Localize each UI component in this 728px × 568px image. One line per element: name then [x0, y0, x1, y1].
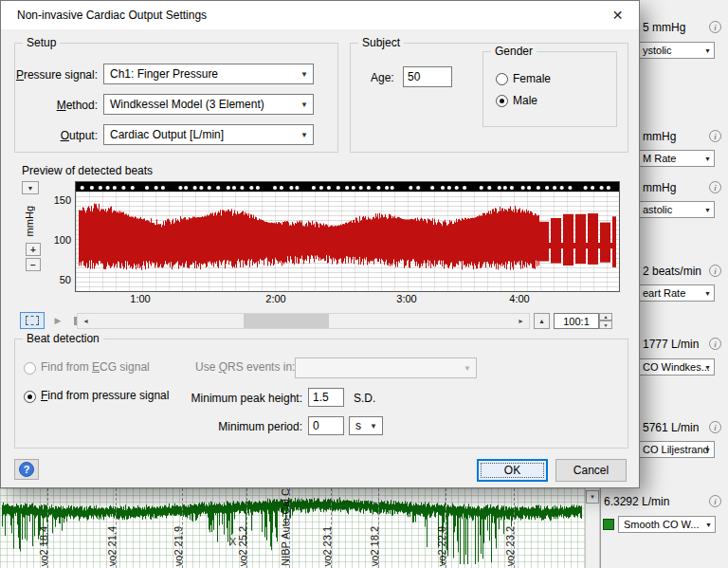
chevron-down-icon: ▼: [704, 156, 711, 162]
min-period-unit-value: s: [355, 419, 361, 432]
ok-button[interactable]: OK: [477, 459, 548, 482]
x-tick: 4:00: [500, 293, 538, 304]
chevron-down-icon: ▼: [704, 47, 711, 54]
axis-menu-button[interactable]: ▼: [22, 181, 39, 194]
pressure-signal-value: Ch1: Finger Pressure: [110, 67, 218, 81]
chevron-up-icon: ▲: [538, 318, 545, 324]
method-label: Method:: [14, 99, 98, 112]
channel-selector[interactable]: CO Liljestrand ▼: [637, 441, 715, 458]
preview-horizontal-scrollbar[interactable]: ◄ ►: [77, 313, 530, 329]
help-icon: ?: [19, 462, 34, 477]
info-icon[interactable]: i: [709, 181, 721, 193]
age-field[interactable]: [403, 66, 452, 87]
channel-selector-label: astolic: [643, 204, 672, 215]
male-radio-label: Male: [513, 94, 537, 107]
male-radio[interactable]: [496, 95, 508, 107]
scroll-down-button[interactable]: ▼: [586, 490, 599, 504]
zoom-out-button[interactable]: −: [26, 258, 41, 271]
chevron-down-icon: ▼: [300, 131, 308, 139]
min-period-field[interactable]: [308, 416, 344, 435]
zoom-spin-up-button[interactable]: ▲: [599, 313, 612, 321]
min-peak-height-unit: S.D.: [354, 392, 375, 405]
gender-group: Gender: [482, 51, 617, 127]
chevron-down-icon: ▼: [370, 422, 377, 431]
chevron-right-icon: ►: [518, 318, 524, 324]
compress-view-button[interactable]: ▲: [534, 313, 550, 329]
subject-group-legend: Subject: [358, 36, 404, 49]
cursor-x-marker: X: [229, 536, 236, 547]
channel-value: mmHg: [643, 181, 676, 194]
event-label: vo2 25.2: [237, 526, 248, 566]
beat-marker-bar: [76, 182, 619, 192]
cancel-button[interactable]: Cancel: [555, 459, 627, 482]
channel-selector[interactable]: M Rate ▼: [637, 150, 715, 167]
close-icon: ✕: [612, 8, 624, 23]
help-button[interactable]: ?: [14, 459, 39, 480]
channel-selector[interactable]: CO Windkes... ▼: [637, 358, 715, 376]
find-from-pressure-radio[interactable]: [24, 391, 36, 403]
channel-selector[interactable]: ystolic ▼: [637, 42, 715, 59]
info-icon[interactable]: i: [709, 338, 721, 350]
scroll-left-button[interactable]: ◄: [78, 314, 94, 328]
close-button[interactable]: ✕: [596, 1, 639, 29]
female-radio[interactable]: [496, 73, 508, 85]
event-label: vo2 22.9: [436, 526, 447, 566]
channel-color-chip: [603, 519, 614, 530]
gender-group-legend: Gender: [491, 45, 537, 58]
scroll-right-button[interactable]: ►: [513, 314, 529, 328]
channel-selector[interactable]: astolic ▼: [637, 201, 715, 218]
setup-group-legend: Setup: [23, 36, 60, 49]
chevron-down-icon: ▼: [604, 322, 609, 328]
info-icon[interactable]: i: [709, 495, 721, 507]
channel-selector-label: M Rate: [643, 153, 676, 164]
chevron-down-icon: ▼: [704, 290, 711, 297]
info-icon[interactable]: i: [709, 21, 721, 33]
event-label: vo2 23.2: [504, 526, 516, 566]
minus-icon: −: [30, 260, 36, 270]
channel-value: 5761 L/min: [643, 421, 699, 434]
y-tick: 150: [43, 194, 71, 206]
find-from-ecg-radio[interactable]: [24, 362, 36, 375]
use-qrs-events-label: Use QRS events in:: [195, 360, 295, 374]
find-from-pressure-label: Find from pressure signal: [41, 389, 169, 402]
output-label: Output:: [14, 129, 98, 142]
ok-button-label: OK: [504, 464, 520, 477]
play-button[interactable]: ▶: [48, 312, 67, 329]
info-icon[interactable]: i: [709, 421, 721, 433]
chevron-down-icon: ▼: [27, 185, 34, 192]
channel-selector[interactable]: eart Rate ▼: [637, 284, 715, 302]
zoom-in-button[interactable]: +: [26, 243, 41, 256]
info-icon[interactable]: i: [709, 130, 721, 142]
info-icon[interactable]: i: [709, 265, 721, 277]
zoom-spin-down-button[interactable]: ▼: [599, 321, 612, 329]
min-peak-height-field[interactable]: [308, 388, 344, 407]
application-window: vo2 18.4 vo2 21.4 vo2 21.9 vo2 25.2 NIBP…: [0, 0, 728, 568]
chevron-down-icon: ▼: [704, 364, 711, 371]
zoom-ratio-value: 100:1: [563, 316, 590, 327]
selection-tool-button[interactable]: [20, 312, 45, 329]
dialog-titlebar[interactable]: Non-invasive Cardiac Output Settings ✕: [1, 1, 639, 29]
chevron-down-icon: ▼: [464, 364, 471, 373]
beat-detection-legend: Beat detection: [23, 332, 103, 345]
y-tick: 100: [43, 234, 71, 246]
method-select[interactable]: Windkessel Model (3 Element) ▼: [103, 94, 314, 115]
beat-preview-plot[interactable]: [75, 181, 620, 292]
channel-selector-label: CO Windkes...: [643, 361, 710, 373]
channel-value: mmHg: [643, 130, 676, 143]
chevron-down-icon: ▼: [590, 494, 595, 500]
chevron-down-icon: ▼: [300, 70, 308, 79]
pressure-waveform: [76, 192, 619, 291]
scrollbar-thumb[interactable]: [244, 314, 329, 328]
channel-value: 1777 L/min: [643, 338, 699, 351]
min-period-unit-select[interactable]: s ▼: [349, 416, 383, 435]
event-label: vo2 21.9: [173, 526, 184, 566]
pressure-signal-select[interactable]: Ch1: Finger Pressure ▼: [103, 64, 314, 84]
play-icon: ▶: [55, 316, 62, 325]
chevron-up-icon: ▲: [604, 314, 609, 320]
event-label: vo2 18.4: [38, 526, 49, 566]
channel-selector[interactable]: Smooth CO W... ▼: [618, 516, 716, 533]
output-select[interactable]: Cardiac Output [L/min] ▼: [103, 124, 314, 145]
zoom-ratio-display: 100:1: [554, 313, 599, 329]
method-value: Windkessel Model (3 Element): [110, 98, 264, 111]
channel-value: 6.3292 L/min: [604, 495, 669, 508]
